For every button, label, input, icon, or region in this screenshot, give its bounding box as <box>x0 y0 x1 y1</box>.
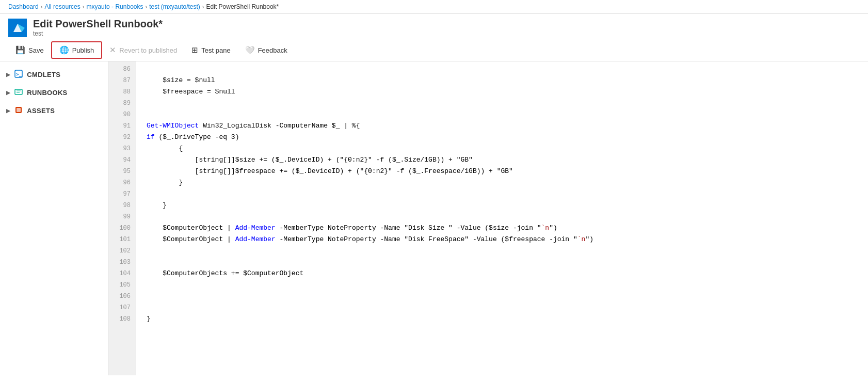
code-content[interactable]: $size = $null $freespace = $null Get-WMI… <box>136 61 868 375</box>
line-number-91: 91 <box>114 120 131 132</box>
line-number-97: 97 <box>114 188 131 200</box>
line-number-93: 93 <box>114 143 131 154</box>
code-line-102 <box>147 245 868 257</box>
header-text-group: Edit PowerShell Runbook* test <box>33 18 163 37</box>
editor-area: 8687888990919293949596979899100101102103… <box>108 61 868 375</box>
sidebar: ▶ >_ CMDLETS ▶ RUNBOOKS ▶ ASSETS <box>0 61 108 375</box>
line-number-99: 99 <box>114 211 131 223</box>
line-number-107: 107 <box>114 302 131 313</box>
code-line-87: $size = $null <box>147 75 868 86</box>
breadcrumb-sep-3: › <box>145 4 147 10</box>
feedback-label: Feedback <box>258 46 287 54</box>
svg-rect-8 <box>17 108 21 112</box>
publish-button[interactable]: 🌐 Publish <box>51 41 103 59</box>
line-number-92: 92 <box>114 132 131 143</box>
code-line-97 <box>147 188 868 200</box>
code-line-96: } <box>147 177 868 188</box>
breadcrumb-all-resources[interactable]: All resources <box>44 3 80 10</box>
line-number-87: 87 <box>114 75 131 86</box>
line-number-86: 86 <box>114 64 131 75</box>
runbooks-icon <box>14 88 23 98</box>
cmdlets-chevron: ▶ <box>6 72 10 77</box>
code-line-105 <box>147 279 868 291</box>
sidebar-item-cmdlets[interactable]: ▶ >_ CMDLETS <box>0 66 108 84</box>
save-label: Save <box>28 46 44 54</box>
code-line-107 <box>147 302 868 313</box>
main-layout: ▶ >_ CMDLETS ▶ RUNBOOKS ▶ ASSETS 8687888… <box>0 61 868 375</box>
page-title: Edit PowerShell Runbook* <box>33 18 163 30</box>
line-number-88: 88 <box>114 86 131 98</box>
code-line-86 <box>147 64 868 75</box>
line-number-90: 90 <box>114 109 131 120</box>
feedback-icon: 🤍 <box>245 45 255 55</box>
line-number-104: 104 <box>114 268 131 279</box>
assets-chevron: ▶ <box>6 108 10 114</box>
revert-button[interactable]: ✕ Revert to published <box>102 42 184 58</box>
cmdlets-label: CMDLETS <box>27 71 60 78</box>
code-line-101: $ComputerObject | Add-Member -MemberType… <box>147 234 868 245</box>
code-line-104: $ComputerObjects += $ComputerObject <box>147 268 868 279</box>
runbooks-label: RUNBOOKS <box>27 89 67 97</box>
test-pane-icon: ⊞ <box>191 45 198 55</box>
code-line-90 <box>147 109 868 120</box>
line-number-96: 96 <box>114 177 131 188</box>
azure-icon <box>8 19 27 37</box>
line-number-101: 101 <box>114 234 131 245</box>
breadcrumb-sep-4: › <box>202 4 204 10</box>
line-number-95: 95 <box>114 166 131 177</box>
breadcrumb-sep-2: › <box>83 4 85 10</box>
breadcrumb-current: Edit PowerShell Runbook* <box>206 3 279 10</box>
breadcrumb-dashboard[interactable]: Dashboard <box>8 3 39 10</box>
line-number-106: 106 <box>114 291 131 302</box>
line-number-103: 103 <box>114 257 131 268</box>
sidebar-item-runbooks[interactable]: ▶ RUNBOOKS <box>0 84 108 102</box>
code-line-89 <box>147 98 868 109</box>
breadcrumb-sep-1: › <box>41 4 43 10</box>
publish-label: Publish <box>72 46 94 54</box>
code-line-91: Get-WMIObject Win32_LogicalDisk -Compute… <box>147 120 868 132</box>
code-line-92: if ($_.DriveType -eq 3) <box>147 132 868 143</box>
line-number-94: 94 <box>114 154 131 166</box>
code-line-95: [string[]]$freespace += ($_.DeviceID) + … <box>147 166 868 177</box>
save-icon: 💾 <box>15 45 25 55</box>
line-number-105: 105 <box>114 279 131 291</box>
code-line-99 <box>147 211 868 223</box>
revert-label: Revert to published <box>119 46 177 54</box>
code-line-108: } <box>147 313 868 325</box>
cmdlets-icon: >_ <box>14 70 23 80</box>
code-line-88: $freespace = $null <box>147 86 868 98</box>
code-line-94: [string[]]$size += ($_.DeviceID) + ("{0:… <box>147 154 868 166</box>
code-editor[interactable]: 8687888990919293949596979899100101102103… <box>108 61 868 375</box>
test-pane-label: Test pane <box>201 46 230 54</box>
svg-rect-4 <box>15 89 22 94</box>
line-number-89: 89 <box>114 98 131 109</box>
breadcrumb-test[interactable]: test (mxyauto/test) <box>149 3 200 10</box>
code-line-93: { <box>147 143 868 154</box>
publish-icon: 🌐 <box>59 45 69 55</box>
feedback-button[interactable]: 🤍 Feedback <box>238 42 295 58</box>
code-line-98: } <box>147 200 868 211</box>
assets-icon <box>14 106 23 116</box>
page-header: Edit PowerShell Runbook* test <box>0 14 868 39</box>
runbooks-chevron: ▶ <box>6 90 10 96</box>
sidebar-item-assets[interactable]: ▶ ASSETS <box>0 102 108 120</box>
line-number-98: 98 <box>114 200 131 211</box>
line-numbers: 8687888990919293949596979899100101102103… <box>108 61 136 375</box>
line-number-100: 100 <box>114 223 131 234</box>
assets-label: ASSETS <box>27 107 55 115</box>
breadcrumb-runbooks[interactable]: mxyauto - Runbooks <box>86 3 143 10</box>
toolbar: 💾 Save 🌐 Publish ✕ Revert to published ⊞… <box>0 39 868 61</box>
save-button[interactable]: 💾 Save <box>8 42 51 58</box>
line-number-102: 102 <box>114 245 131 257</box>
code-line-100: $ComputerObject | Add-Member -MemberType… <box>147 223 868 234</box>
test-pane-button[interactable]: ⊞ Test pane <box>184 42 237 58</box>
code-line-103 <box>147 257 868 268</box>
svg-text:>_: >_ <box>16 72 22 77</box>
line-number-108: 108 <box>114 313 131 325</box>
revert-icon: ✕ <box>109 45 116 55</box>
breadcrumb: Dashboard › All resources › mxyauto - Ru… <box>0 0 868 14</box>
page-subtitle: test <box>33 30 163 37</box>
code-line-106 <box>147 291 868 302</box>
